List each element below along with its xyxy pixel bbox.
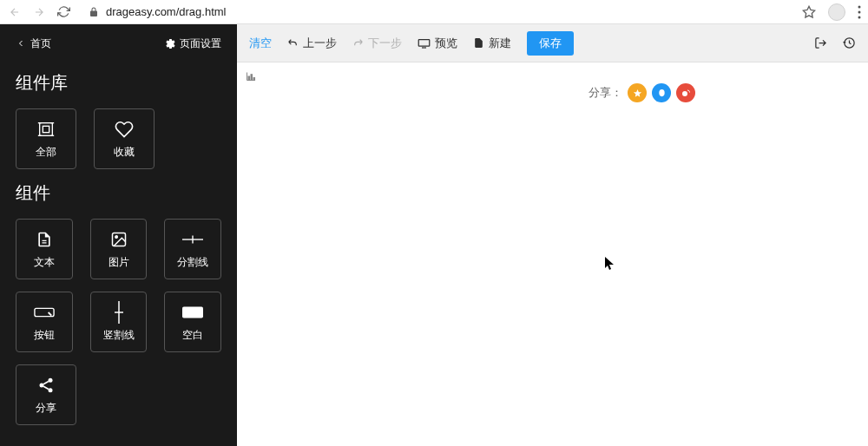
heart-icon <box>114 119 135 140</box>
forward-button[interactable] <box>31 4 47 20</box>
save-button[interactable]: 保存 <box>527 31 574 56</box>
select-all-icon <box>36 119 56 140</box>
tile-all[interactable]: 全部 <box>16 108 76 169</box>
canvas[interactable]: 分享： <box>237 62 868 446</box>
page-settings-label: 页面设置 <box>180 36 221 51</box>
preview-button[interactable]: 预览 <box>418 36 457 51</box>
new-label: 新建 <box>489 36 511 51</box>
tile-share[interactable]: 分享 <box>16 364 76 425</box>
tile-label: 全部 <box>36 145 56 160</box>
tile-blank[interactable]: 空白 <box>164 292 221 352</box>
sidebar: 首页 页面设置 组件库 全部 收藏 组件 <box>0 24 237 446</box>
button-icon <box>34 302 55 323</box>
file-text-icon <box>34 229 55 250</box>
svg-rect-5 <box>43 126 49 132</box>
svg-rect-28 <box>251 75 253 81</box>
svg-point-2 <box>858 10 861 13</box>
blank-icon <box>182 302 203 323</box>
divider-h-icon <box>182 229 203 250</box>
sidebar-top: 首页 页面设置 <box>16 24 221 62</box>
home-label: 首页 <box>30 36 51 51</box>
svg-rect-17 <box>182 306 203 318</box>
tile-label: 竖割线 <box>103 328 135 343</box>
save-label: 保存 <box>539 36 562 49</box>
svg-point-31 <box>659 89 664 95</box>
svg-line-21 <box>43 381 49 384</box>
image-icon <box>108 229 129 250</box>
chart-icon <box>246 71 256 82</box>
tile-label: 文本 <box>34 255 55 270</box>
components-row-1: 文本 图片 分割线 <box>16 219 221 279</box>
share-label: 分享： <box>589 85 622 101</box>
tile-image[interactable]: 图片 <box>90 219 148 279</box>
tile-label: 按钮 <box>34 328 55 343</box>
clear-label: 清空 <box>249 36 272 51</box>
library-tiles: 全部 收藏 <box>16 108 221 169</box>
mouse-cursor-icon <box>605 257 615 271</box>
share-qq-icon[interactable] <box>652 83 671 102</box>
svg-point-20 <box>49 388 53 392</box>
bookmark-star-icon[interactable] <box>802 5 816 19</box>
page-settings-link[interactable]: 页面设置 <box>164 36 221 51</box>
history-icon[interactable] <box>843 36 856 49</box>
library-title: 组件库 <box>16 71 221 95</box>
tile-label: 分享 <box>36 401 56 416</box>
svg-point-18 <box>49 377 53 382</box>
svg-rect-27 <box>248 76 250 81</box>
lock-icon <box>89 7 99 17</box>
export-icon[interactable] <box>814 36 827 49</box>
reload-button[interactable] <box>56 4 71 20</box>
main: 清空 上一步 下一步 预览 新建 保存 <box>237 24 868 446</box>
share-qzone-icon[interactable] <box>628 83 647 102</box>
share-icon <box>36 375 56 396</box>
tile-button[interactable]: 按钮 <box>16 292 73 352</box>
profile-avatar[interactable] <box>828 3 845 21</box>
svg-marker-30 <box>633 89 641 96</box>
redo-button[interactable]: 下一步 <box>352 36 402 51</box>
svg-line-22 <box>43 386 49 389</box>
url-text: drageasy.com/drag.html <box>106 5 227 18</box>
svg-rect-23 <box>418 39 430 46</box>
tile-text[interactable]: 文本 <box>16 219 73 279</box>
divider-v-icon <box>108 302 129 323</box>
components-row-3: 分享 <box>16 364 221 425</box>
undo-button[interactable]: 上一步 <box>287 36 337 51</box>
tile-divider-v[interactable]: 竖割线 <box>90 292 148 352</box>
home-link[interactable]: 首页 <box>16 36 51 51</box>
share-widget: 分享： <box>589 83 695 102</box>
svg-point-11 <box>115 235 117 238</box>
tile-divider-h[interactable]: 分割线 <box>164 219 221 279</box>
share-weibo-icon[interactable] <box>676 83 695 102</box>
new-button[interactable]: 新建 <box>473 36 511 51</box>
kebab-menu-icon[interactable] <box>858 5 861 19</box>
toolbar-right <box>814 36 856 49</box>
components-row-2: 按钮 竖割线 空白 <box>16 292 221 352</box>
url-bar[interactable]: drageasy.com/drag.html <box>80 3 793 22</box>
back-button[interactable] <box>7 4 23 20</box>
toolbar: 清空 上一步 下一步 预览 新建 保存 <box>237 24 868 62</box>
app-root: 首页 页面设置 组件库 全部 收藏 组件 <box>0 24 868 446</box>
svg-rect-29 <box>253 78 255 81</box>
clear-button[interactable]: 清空 <box>249 36 272 51</box>
tile-label: 空白 <box>182 328 203 343</box>
tile-label: 分割线 <box>177 255 208 270</box>
svg-marker-0 <box>803 6 814 17</box>
tile-label: 收藏 <box>114 145 135 160</box>
redo-label: 下一步 <box>368 36 402 51</box>
svg-rect-4 <box>40 122 53 135</box>
preview-label: 预览 <box>435 36 457 51</box>
undo-label: 上一步 <box>303 36 337 51</box>
tile-label: 图片 <box>108 255 129 270</box>
svg-point-1 <box>858 5 861 8</box>
svg-point-19 <box>40 383 44 387</box>
browser-right <box>802 3 861 21</box>
components-title: 组件 <box>16 181 221 205</box>
svg-point-32 <box>682 91 687 96</box>
tile-favorites[interactable]: 收藏 <box>94 108 155 169</box>
browser-chrome: drageasy.com/drag.html <box>0 0 868 24</box>
svg-point-3 <box>858 16 861 18</box>
